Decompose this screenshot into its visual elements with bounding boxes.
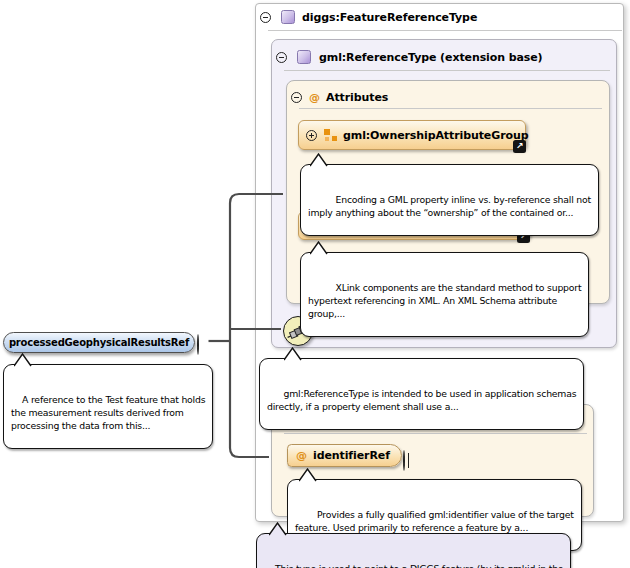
element-label: processedGeophysicalResultsRef	[9, 337, 189, 348]
extension-base-title: gml:ReferenceType (extension base)	[319, 51, 543, 64]
ownership-attribute-group[interactable]: gml:OwnershipAttributeGroup ↗	[298, 120, 526, 150]
association-group-tooltip-text: XLink components are the standard method…	[308, 282, 581, 319]
expand-icon[interactable]	[403, 450, 405, 471]
ownership-group-tooltip-text: Encoding a GML property inline vs. by-re…	[308, 194, 591, 218]
feature-reference-type-box[interactable]: diggs:FeatureReferenceType gml:Reference…	[255, 3, 624, 522]
divider	[284, 70, 610, 71]
element-tooltip: A reference to the Test feature that hol…	[3, 364, 213, 449]
attribute-at-icon: @	[309, 92, 320, 103]
divider	[284, 433, 587, 434]
attribute-group-icon	[323, 128, 337, 142]
root-type-header: diggs:FeatureReferenceType	[260, 9, 477, 25]
reference-type-note: gml:ReferenceType is intended to be used…	[259, 358, 584, 430]
identifier-ref-label: identifierRef	[313, 449, 390, 462]
type-note-text: This type is used to point to a DIGGS fe…	[264, 563, 563, 568]
divider	[268, 30, 622, 31]
goto-definition-icon[interactable]: ↗	[513, 140, 526, 153]
inherited-attributes-box[interactable]: @ Attributes gml:OwnershipAttributeGroup…	[286, 80, 610, 304]
expand-icon[interactable]	[306, 130, 317, 141]
association-group-tooltip: XLink components are the standard method…	[300, 252, 589, 337]
schema-diagram: processedGeophysicalResultsRef A referen…	[0, 0, 630, 568]
collapse-icon[interactable]	[276, 52, 287, 63]
attributes-title: Attributes	[326, 91, 388, 104]
type-note: This type is used to point to a DIGGS fe…	[256, 533, 571, 568]
tooltip-tail	[310, 241, 329, 255]
complex-type-icon	[297, 50, 311, 64]
attribute-at-icon: @	[296, 450, 307, 461]
identifier-ref-attribute[interactable]: @ identifierRef	[287, 444, 402, 467]
complex-type-icon	[281, 10, 295, 24]
element-collapse-icon[interactable]	[197, 334, 199, 355]
root-type-title: diggs:FeatureReferenceType	[302, 11, 477, 24]
tooltip-tail	[269, 522, 288, 536]
tooltip-tail	[310, 153, 329, 167]
tooltip-tail	[299, 468, 318, 482]
tooltip-tail	[284, 347, 303, 361]
identifier-ref-tooltip-text: Provides a fully qualified gml:identifie…	[295, 509, 574, 533]
ownership-group-tooltip: Encoding a GML property inline vs. by-re…	[300, 164, 599, 236]
extension-base-header: gml:ReferenceType (extension base)	[276, 49, 543, 65]
element-tooltip-text: A reference to the Test feature that hol…	[11, 394, 205, 431]
reference-type-extension-box[interactable]: gml:ReferenceType (extension base) @ Att…	[271, 39, 617, 348]
tooltip-tail	[14, 353, 33, 367]
collapse-icon[interactable]	[291, 92, 302, 103]
element-pill[interactable]: processedGeophysicalResultsRef	[3, 332, 195, 353]
divider	[299, 108, 602, 109]
ownership-group-label: gml:OwnershipAttributeGroup	[343, 129, 528, 142]
collapse-icon[interactable]	[260, 12, 271, 23]
attributes-header: @ Attributes	[291, 89, 388, 105]
reference-type-note-text: gml:ReferenceType is intended to be used…	[267, 388, 576, 412]
